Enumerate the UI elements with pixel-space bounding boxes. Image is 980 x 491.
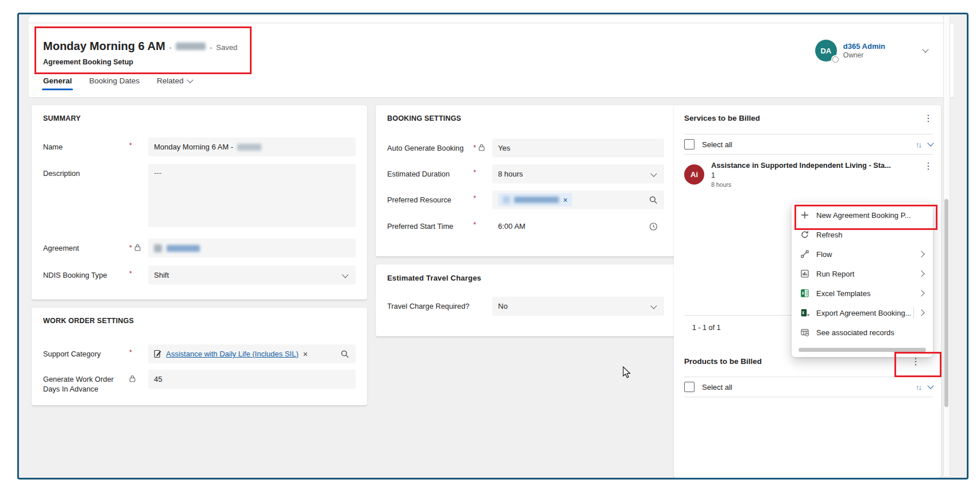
- required-marker: *: [129, 245, 132, 251]
- required-marker: *: [473, 222, 476, 228]
- section-title: SUMMARY: [43, 114, 81, 122]
- services-select-all-row: Select all ↑↓: [684, 135, 933, 154]
- section-title: WORK ORDER SETTINGS: [43, 317, 134, 325]
- support-category-link[interactable]: Assistance with Daily Life (Includes SIL…: [166, 350, 298, 358]
- required-marker: *: [129, 350, 132, 355]
- dismiss-icon[interactable]: ×: [303, 351, 307, 357]
- required-marker: *: [473, 145, 476, 151]
- menu-item-excel-templates[interactable]: Excel Templates: [792, 283, 933, 303]
- associated-records-icon: [800, 328, 810, 337]
- menu-item-see-associated-records[interactable]: See associated records: [792, 323, 933, 342]
- auto-generate-booking-field[interactable]: Yes: [492, 139, 664, 158]
- select-all-label: Select all: [702, 140, 908, 149]
- travel-charges-section: Estimated Travel Charges Travel Charge R…: [376, 264, 676, 336]
- booking-settings-section: BOOKING SETTINGS Auto Generate Booking *…: [376, 105, 676, 256]
- scrollbar-thumb[interactable]: [944, 199, 948, 407]
- owner-name[interactable]: d365 Admin: [843, 41, 885, 51]
- search-icon[interactable]: [341, 350, 349, 358]
- pagination-status: 1 - 1 of 1: [692, 324, 720, 332]
- chevron-down-icon[interactable]: [922, 46, 928, 52]
- more-vertical-icon[interactable]: ⋮: [924, 162, 933, 188]
- search-icon[interactable]: [649, 195, 658, 204]
- name-input[interactable]: Monday Morning 6 AM -: [148, 137, 356, 156]
- chevron-right-icon: [918, 270, 924, 277]
- chevron-right-icon: [918, 309, 924, 316]
- clock-icon[interactable]: [649, 222, 658, 231]
- redacted-icon: [154, 244, 162, 252]
- field-label-generate-days: Generate Work Order Days In Advance: [43, 370, 129, 394]
- select-all-checkbox[interactable]: [684, 139, 695, 149]
- generate-days-input[interactable]: 45: [148, 370, 356, 389]
- required-marker: *: [473, 195, 476, 201]
- description-input[interactable]: ---: [148, 164, 356, 227]
- run-report-icon: [800, 269, 810, 278]
- divider: [684, 154, 933, 155]
- field-label-estimated-duration: Estimated Duration: [387, 164, 473, 179]
- service-list-item[interactable]: Ai Assistance in Supported Independent L…: [684, 161, 933, 188]
- owner-role: Owner: [843, 51, 885, 60]
- preferred-resource-lookup[interactable]: ×: [492, 190, 664, 209]
- chevron-down-icon: [342, 271, 348, 278]
- form-tabs: General Booking Dates Related: [43, 76, 192, 90]
- estimated-duration-select[interactable]: 8 hours: [492, 164, 664, 183]
- select-all-checkbox[interactable]: [684, 382, 695, 392]
- agreement-lookup[interactable]: [148, 239, 356, 258]
- chevron-right-icon: [918, 251, 924, 257]
- menu-horizontal-scrollbar[interactable]: [798, 348, 926, 352]
- chevron-down-icon[interactable]: [927, 140, 933, 146]
- clipboard-edit-icon: [154, 350, 161, 358]
- lock-icon: [134, 244, 141, 251]
- chevron-down-icon: [650, 302, 657, 309]
- vertical-scrollbar[interactable]: [943, 16, 950, 476]
- lock-icon: [479, 144, 485, 151]
- chevron-right-icon: [918, 290, 924, 296]
- service-item-duration: 8 hours: [711, 181, 917, 188]
- required-marker: *: [129, 271, 132, 277]
- tab-related[interactable]: Related: [157, 76, 192, 90]
- field-label-support-category: Support Category: [43, 344, 129, 359]
- sort-arrows-icon[interactable]: ↑↓: [916, 383, 921, 392]
- redacted-text: [514, 197, 559, 203]
- support-category-lookup[interactable]: Assistance with Daily Life (Includes SIL…: [148, 344, 356, 363]
- presence-status-icon: [832, 56, 839, 63]
- tab-general[interactable]: General: [43, 76, 72, 90]
- chevron-down-icon: [650, 170, 657, 177]
- work-order-settings-section: WORK ORDER SETTINGS Support Category * A…: [32, 308, 367, 405]
- redacted-text: [237, 144, 261, 151]
- field-label-agreement: Agreement: [43, 239, 129, 253]
- services-panel-title: Services to be Billed: [684, 114, 924, 122]
- menu-item-export-agreement-booking[interactable]: Export Agreement Booking...: [792, 303, 933, 323]
- annotation-box-menu-item: [794, 205, 937, 230]
- resource-pill: ×: [498, 193, 572, 206]
- lock-icon: [129, 375, 136, 382]
- ndis-booking-type-select[interactable]: Shift: [148, 266, 356, 285]
- service-item-title[interactable]: Assistance in Supported Independent Livi…: [711, 161, 917, 170]
- redacted-icon: [503, 196, 510, 204]
- field-label-ndis-booking-type: NDIS Booking Type: [43, 266, 129, 280]
- chevron-down-icon[interactable]: [927, 382, 933, 389]
- divider: [684, 397, 933, 397]
- menu-item-run-report[interactable]: Run Report: [792, 264, 933, 283]
- service-avatar: Ai: [684, 164, 704, 185]
- more-vertical-icon[interactable]: ⋮: [924, 114, 933, 122]
- field-label-preferred-resource: Preferred Resource: [387, 190, 473, 205]
- command-bar-remnant: [29, 16, 943, 22]
- summary-section: SUMMARY Name * Monday Morning 6 AM - Des…: [32, 105, 367, 300]
- sort-arrows-icon[interactable]: ↑↓: [916, 140, 921, 149]
- section-title: Estimated Travel Charges: [387, 274, 481, 282]
- tab-booking-dates[interactable]: Booking Dates: [89, 76, 140, 90]
- chevron-down-icon: [187, 76, 193, 83]
- dismiss-icon[interactable]: ×: [563, 197, 568, 203]
- required-marker: *: [473, 170, 476, 175]
- field-label-description: Description: [43, 164, 129, 178]
- select-all-label: Select all: [702, 383, 908, 392]
- products-panel-title: Products to be Billed: [684, 357, 911, 366]
- screenshot-root: Monday Morning 6 AM - - Saved Agreement …: [0, 0, 980, 491]
- annotation-box-title: [34, 26, 252, 74]
- travel-charge-required-select[interactable]: No: [492, 297, 664, 316]
- preferred-start-time-input[interactable]: 6:00 AM: [492, 217, 664, 236]
- owner-control[interactable]: DA d365 Admin Owner: [815, 40, 928, 62]
- menu-item-flow[interactable]: Flow: [792, 244, 933, 264]
- services-header: Services to be Billed ⋮: [684, 114, 933, 122]
- products-select-all-row: Select all ↑↓: [684, 377, 933, 397]
